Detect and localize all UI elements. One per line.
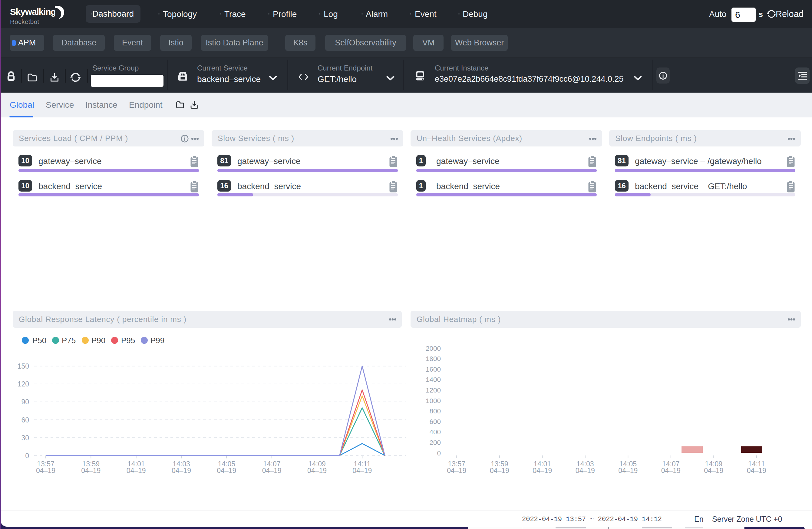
svg-text:04–19: 04–19 [618,467,638,474]
svg-text:0: 0 [437,450,441,457]
svg-text:04–19: 04–19 [217,467,236,474]
svg-text:2000: 2000 [426,345,441,352]
svg-text:30: 30 [21,434,29,442]
svg-text:04–19: 04–19 [533,467,552,474]
svg-text:04–19: 04–19 [747,467,766,474]
svg-text:400: 400 [429,428,441,436]
svg-text:04–19: 04–19 [262,467,281,474]
svg-text:1400: 1400 [426,376,441,383]
svg-text:04–19: 04–19 [81,467,101,474]
svg-text:120: 120 [17,380,29,388]
svg-text:1000: 1000 [426,397,441,405]
svg-text:04–19: 04–19 [661,467,681,474]
svg-text:04–19: 04–19 [352,467,372,474]
svg-text:04–19: 04–19 [36,467,55,474]
svg-text:600: 600 [429,418,441,426]
svg-text:04–19: 04–19 [172,467,191,474]
svg-text:04–19: 04–19 [704,467,723,474]
svg-text:150: 150 [17,362,29,370]
svg-text:200: 200 [429,439,441,446]
svg-text:1800: 1800 [426,355,441,363]
svg-text:1200: 1200 [426,386,441,394]
svg-text:1600: 1600 [426,366,441,373]
svg-text:04–19: 04–19 [307,467,327,474]
svg-text:04–19: 04–19 [447,467,466,474]
svg-text:0: 0 [25,452,29,460]
svg-text:04–19: 04–19 [490,467,509,474]
svg-text:800: 800 [429,407,441,415]
svg-text:04–19: 04–19 [576,467,595,474]
svg-text:90: 90 [21,398,29,406]
svg-text:60: 60 [21,416,29,424]
svg-text:04–19: 04–19 [127,467,146,474]
